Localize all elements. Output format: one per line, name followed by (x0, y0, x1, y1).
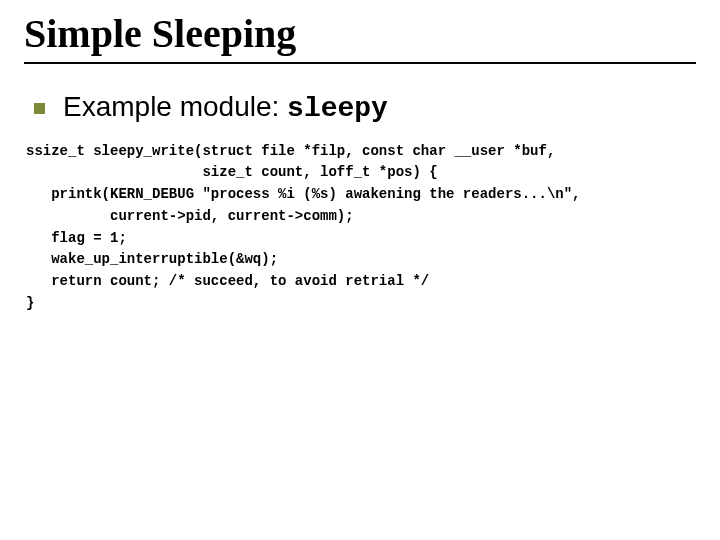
bullet-mono: sleepy (287, 93, 388, 124)
bullet-item: Example module: sleepy (34, 92, 696, 125)
code-block: ssize_t sleepy_write(struct file *filp, … (26, 141, 696, 315)
title-rule (24, 62, 696, 64)
bullet-prefix: Example module: (63, 91, 287, 122)
square-bullet-icon (34, 103, 45, 114)
slide-title: Simple Sleeping (24, 12, 696, 56)
bullet-text: Example module: sleepy (63, 92, 388, 125)
slide: Simple Sleeping Example module: sleepy s… (0, 0, 720, 540)
